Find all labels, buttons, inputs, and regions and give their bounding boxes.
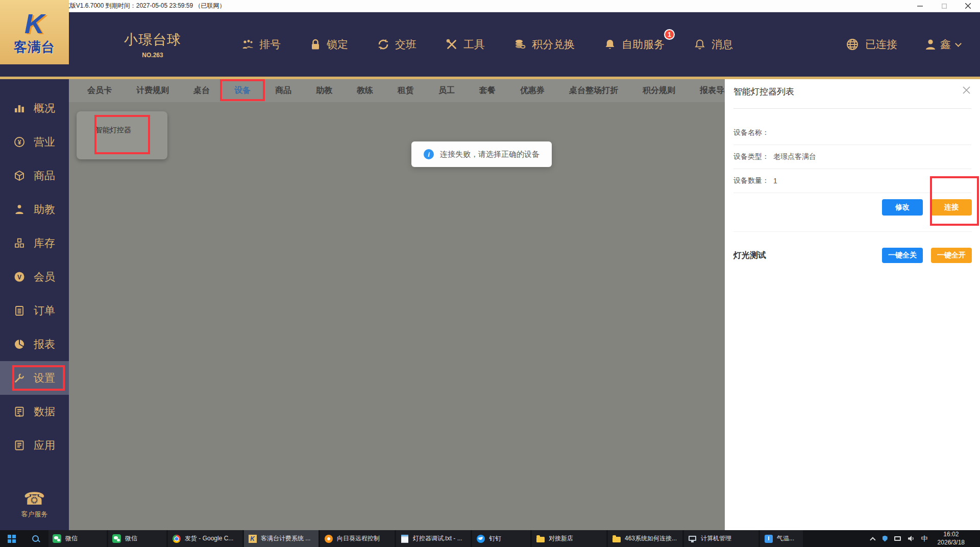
sidebar-item-orders[interactable]: 订单 — [0, 294, 69, 327]
minimize-button[interactable] — [908, 0, 932, 12]
sidebar-item-inventory[interactable]: 库存 — [0, 226, 69, 260]
sidebar-label: 助教 — [34, 202, 55, 217]
taskbar-item-weather[interactable]: 气温... — [760, 530, 803, 547]
report-pie-icon — [13, 338, 26, 350]
sidebar-item-assistant[interactable]: 助教 — [0, 193, 69, 226]
taskbar-item-label: 463系统如何连接... — [625, 534, 677, 543]
toast-text: 连接失败，请选择正确的设备 — [440, 150, 540, 159]
sidebar-label: 数据 — [34, 405, 55, 419]
menu-messages[interactable]: 消息 — [694, 37, 733, 52]
light-controller-panel: 智能灯控器列表 设备名称： 设备类型： 老璟点客满台 设备数量： 1 — [725, 79, 980, 530]
wechat-icon — [53, 534, 61, 543]
all-off-button[interactable]: 一键全关 — [882, 248, 923, 263]
menu-lock[interactable]: 锁定 — [310, 37, 348, 52]
taskbar-item-kemantai[interactable]: K 客满台计费系统 ... — [244, 530, 318, 547]
tab-packages[interactable]: 套餐 — [467, 79, 508, 102]
connect-button[interactable]: 连接 — [931, 199, 972, 216]
tray-shield-icon[interactable] — [883, 536, 888, 542]
taskbar-item-chrome[interactable]: 发货 - Google C... — [168, 530, 242, 547]
tab-label: 设备 — [234, 85, 251, 96]
dingtalk-icon — [477, 535, 485, 543]
menu-shift[interactable]: 交班 — [377, 37, 416, 52]
window-controls — [908, 0, 980, 12]
taskbar-item-folder-1[interactable]: 对接新店 — [532, 530, 606, 547]
menu-points-exchange[interactable]: 积分兑换 — [514, 37, 575, 52]
tab-assistant[interactable]: 助教 — [304, 79, 345, 102]
close-button[interactable] — [956, 0, 980, 12]
tray-display-icon[interactable] — [894, 536, 901, 541]
user-menu[interactable]: 鑫 — [924, 37, 961, 52]
sidebar-label: 商品 — [34, 169, 55, 183]
sidebar-item-goods[interactable]: 商品 — [0, 159, 69, 193]
taskbar-item-label: 对接新店 — [549, 534, 573, 543]
tray-volume-icon[interactable] — [908, 535, 915, 542]
taskbar-clock[interactable]: 16:02 2026/3/18 — [935, 531, 968, 546]
customer-service[interactable]: ☎ 客户服务 — [0, 489, 69, 519]
sidebar-item-business[interactable]: ¥ 营业 — [0, 125, 69, 159]
settings-tabbar: 会员卡 计费规则 桌台 设备 商品 助教 教练 租赁 员工 套餐 优惠券 桌台整… — [69, 79, 725, 102]
venue-info: 小璟台球 NO.263 — [124, 31, 181, 59]
tab-coach[interactable]: 教练 — [345, 79, 385, 102]
light-test-section: 灯光测试 一键全关 一键全开 — [733, 248, 972, 263]
tab-staff[interactable]: 员工 — [426, 79, 467, 102]
field-device-name: 设备名称： — [733, 121, 971, 145]
all-on-button[interactable]: 一键全开 — [931, 248, 972, 263]
tab-devices[interactable]: 设备 — [222, 79, 263, 102]
modify-button[interactable]: 修改 — [882, 199, 923, 216]
tab-billing-rules[interactable]: 计费规则 — [124, 79, 181, 102]
sidebar-item-member[interactable]: V 会员 — [0, 260, 69, 294]
tab-coupons[interactable]: 优惠券 — [508, 79, 557, 102]
sidebar-item-data[interactable]: 数据 — [0, 395, 69, 429]
venue-number: NO.263 — [124, 52, 181, 59]
customer-service-label: 客户服务 — [0, 510, 69, 519]
dropdown-item-light-controller[interactable]: 智能灯控器 — [95, 126, 131, 135]
taskbar-item-wechat-2[interactable]: 微信 — [108, 530, 166, 547]
taskbar-item-wechat-1[interactable]: 微信 — [48, 530, 107, 547]
taskbar-item-notepad[interactable]: 灯控器调试.txt - ... — [396, 530, 471, 547]
titlebar: K 客满台计费系统 正式版V1.6.7000 到期时间：2027-05-05 2… — [0, 0, 980, 12]
sidebar-item-apps[interactable]: 应用 — [0, 429, 69, 462]
tab-table-discount[interactable]: 桌台整场打折 — [557, 79, 630, 102]
svg-text:V: V — [17, 274, 21, 281]
data-doc-icon — [13, 406, 26, 418]
tab-rental[interactable]: 租赁 — [385, 79, 426, 102]
start-button[interactable] — [0, 530, 23, 547]
taskbar-item-sunflower[interactable]: 向日葵远程控制 — [320, 530, 395, 547]
taskbar-search-button[interactable] — [23, 530, 47, 547]
taskbar-item-computer-mgmt[interactable]: 计算机管理 — [684, 530, 758, 547]
tab-label: 计费规则 — [136, 85, 169, 96]
taskbar-item-label: 灯控器调试.txt - ... — [413, 534, 462, 543]
app-body: 概况 ¥ 营业 商品 助教 库存 — [0, 79, 980, 530]
menu-self-service[interactable]: 自助服务 1 — [604, 37, 665, 52]
devices-dropdown: 智能灯控器 — [77, 111, 167, 159]
business-yen-icon: ¥ — [13, 136, 26, 148]
taskbar-item-folder-2[interactable]: 463系统如何连接... — [608, 530, 682, 547]
panel-title: 智能灯控器列表 — [733, 86, 794, 98]
apps-doc-icon — [13, 439, 26, 451]
settings-wrench-icon — [13, 372, 26, 384]
tab-report-export[interactable]: 报表导出 — [688, 79, 725, 102]
device-actions: 修改 连接 — [882, 199, 972, 216]
member-badge-icon: V — [13, 271, 26, 283]
tab-tables[interactable]: 桌台 — [181, 79, 222, 102]
sidebar-item-overview[interactable]: 概况 — [0, 91, 69, 125]
input-method-indicator[interactable]: 中 — [921, 534, 928, 543]
maximize-button[interactable] — [932, 0, 956, 12]
connection-status[interactable]: 已连接 — [846, 37, 897, 52]
menu-queue[interactable]: 排号 — [241, 37, 281, 52]
tab-points-rules[interactable]: 积分规则 — [630, 79, 688, 102]
computer-icon — [689, 536, 696, 541]
main-content: 会员卡 计费规则 桌台 设备 商品 助教 教练 租赁 员工 套餐 优惠券 桌台整… — [69, 79, 725, 530]
panel-close-button[interactable] — [961, 84, 972, 96]
tray-expand-button[interactable] — [872, 537, 876, 541]
coins-icon — [514, 38, 526, 51]
sidebar-item-reports[interactable]: 报表 — [0, 327, 69, 361]
tab-member-card[interactable]: 会员卡 — [75, 79, 124, 102]
sidebar-item-settings[interactable]: 设置 — [0, 361, 69, 395]
tab-goods[interactable]: 商品 — [263, 79, 304, 102]
tools-icon — [446, 38, 458, 51]
sidebar-label: 概况 — [34, 101, 55, 115]
menu-tools[interactable]: 工具 — [446, 37, 485, 52]
taskbar-item-dingtalk[interactable]: 钉钉 — [472, 530, 530, 547]
field-device-count: 设备数量： 1 — [733, 169, 971, 193]
